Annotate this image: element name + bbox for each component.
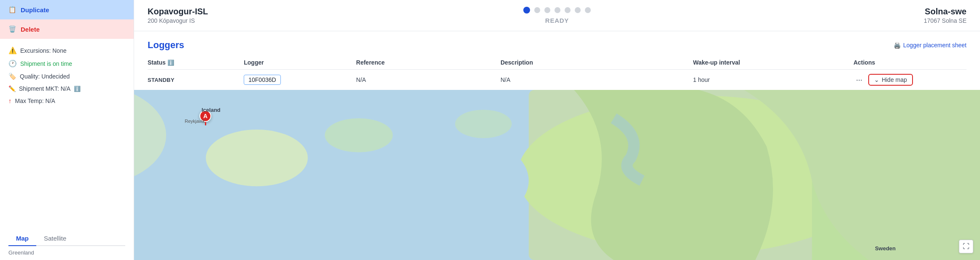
- dot-4: [555, 7, 560, 13]
- quality-label: Quality: Undecided: [20, 73, 70, 80]
- delete-label: Delete: [21, 26, 40, 33]
- map-tab-row: Map Satellite: [8, 231, 125, 246]
- max-temp-row: ↑ Max Temp: N/A: [8, 97, 125, 104]
- pen-icon: ✏️: [8, 85, 16, 92]
- chevron-down-icon: ⌄: [874, 76, 879, 83]
- svg-point-2: [206, 130, 308, 186]
- excursions-icon: ⚠️: [8, 46, 17, 54]
- route-origin: Kopavogur-ISL 200 Kópavogur IS: [148, 7, 274, 24]
- reykjavik-label: Reykjavík: [185, 119, 205, 124]
- sidebar-info-panel: ⚠️ Excursions: None 🕐 Shipment is on tim…: [0, 39, 134, 112]
- shipment-mkt-label: Shipment MKT: N/A: [19, 85, 70, 92]
- sidebar: 📋 Duplicate 🗑️ Delete ⚠️ Excursions: Non…: [0, 0, 134, 260]
- svg-point-7: [325, 118, 393, 152]
- origin-address: 200 Kópavogur IS: [148, 17, 274, 24]
- map-area[interactable]: A Iceland Reykjavík Sweden ⛶: [134, 90, 980, 260]
- actions-container: ··· ⌄ Hide map: [853, 74, 967, 86]
- shipment-status-row: 🕐 Shipment is on time: [8, 60, 125, 68]
- fullscreen-button[interactable]: ⛶: [959, 240, 973, 253]
- th-logger: Logger: [244, 57, 356, 70]
- delete-button[interactable]: 🗑️ Delete: [0, 19, 134, 39]
- tab-map[interactable]: Map: [8, 231, 36, 246]
- dot-3: [544, 7, 550, 13]
- shipment-mkt-row: ✏️ Shipment MKT: N/A ℹ️: [8, 85, 125, 92]
- sweden-label: Sweden: [875, 245, 896, 252]
- excursions-label: Excursions: None: [20, 47, 67, 54]
- mkt-info-icon[interactable]: ℹ️: [74, 86, 81, 92]
- more-options-button[interactable]: ···: [853, 75, 865, 85]
- destination-address: 17067 Solna SE: [840, 17, 967, 24]
- logger-id-cell: 10F0036D: [244, 70, 356, 90]
- th-reference: Reference: [356, 57, 501, 70]
- loggers-table: Status ℹ️ Logger Reference Description W…: [148, 57, 967, 90]
- map-svg: [134, 90, 980, 260]
- wakeup-cell: 1 hour: [693, 70, 853, 90]
- dot-1: [523, 7, 530, 14]
- map-controls: Map Satellite Greenland: [0, 225, 134, 260]
- dot-7: [585, 7, 591, 13]
- printer-icon: 🖨️: [894, 42, 901, 49]
- duplicate-icon: 📋: [8, 6, 16, 14]
- dot-5: [565, 7, 571, 13]
- th-actions: Actions: [853, 57, 967, 70]
- hide-map-label: Hide map: [882, 76, 907, 83]
- quality-row: 🏷️ Quality: Undecided: [8, 73, 125, 80]
- logger-id: 10F0036D: [244, 75, 280, 85]
- hide-map-button[interactable]: ⌄ Hide map: [868, 74, 913, 86]
- loggers-section: Loggers 🖨️ Logger placement sheet Status…: [134, 31, 980, 90]
- delete-icon: 🗑️: [8, 25, 16, 33]
- route-bar: Kopavogur-ISL 200 Kópavogur IS READY Sol…: [134, 0, 980, 31]
- table-header-row: Status ℹ️ Logger Reference Description W…: [148, 57, 967, 70]
- status-info-icon[interactable]: ℹ️: [167, 60, 174, 66]
- dot-2: [534, 7, 540, 13]
- dot-6: [575, 7, 581, 13]
- loggers-title: Loggers: [148, 40, 184, 51]
- excursions-row: ⚠️ Excursions: None: [8, 46, 125, 54]
- loggers-header: Loggers 🖨️ Logger placement sheet: [148, 40, 967, 51]
- th-status: Status ℹ️: [148, 57, 244, 70]
- fullscreen-icon: ⛶: [963, 243, 969, 250]
- origin-city: Kopavogur-ISL: [148, 7, 274, 16]
- max-temp-label: Max Temp: N/A: [15, 98, 55, 104]
- duplicate-button[interactable]: 📋 Duplicate: [0, 0, 134, 19]
- iceland-label: Iceland: [202, 107, 221, 113]
- progress-dots: [523, 7, 591, 14]
- logger-placement-link[interactable]: 🖨️ Logger placement sheet: [894, 42, 967, 49]
- main-content: Kopavogur-ISL 200 Kópavogur IS READY Sol…: [134, 0, 980, 260]
- status-badge: STANDBY: [148, 77, 175, 83]
- arrow-up-icon: ↑: [8, 97, 12, 104]
- tag-icon: 🏷️: [8, 73, 16, 80]
- destination-city: Solna-swe: [840, 7, 967, 16]
- status-cell: STANDBY: [148, 70, 244, 90]
- route-destination: Solna-swe 17067 Solna SE: [840, 7, 967, 24]
- actions-cell: ··· ⌄ Hide map: [853, 70, 967, 90]
- logger-placement-label: Logger placement sheet: [903, 42, 967, 49]
- greenland-label: Greenland: [8, 246, 125, 256]
- svg-point-8: [455, 110, 512, 138]
- route-middle: READY: [274, 7, 840, 24]
- table-row: STANDBY 10F0036D N/A N/A 1 hour ···: [148, 70, 967, 90]
- description-cell: N/A: [501, 70, 693, 90]
- duplicate-label: Duplicate: [21, 6, 49, 14]
- tab-satellite[interactable]: Satellite: [36, 231, 74, 246]
- route-status: READY: [545, 17, 569, 24]
- th-description: Description: [501, 57, 693, 70]
- clock-icon: 🕐: [8, 60, 17, 68]
- shipment-status-label: Shipment is on time: [20, 60, 72, 67]
- reference-cell: N/A: [356, 70, 501, 90]
- th-wakeup: Wake-up interval: [693, 57, 853, 70]
